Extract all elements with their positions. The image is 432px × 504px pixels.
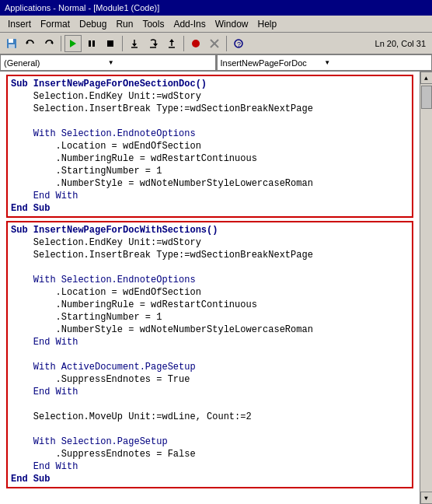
title-bar: Applications - Normal - [Module1 (Code)] [0,0,432,16]
code-line[interactable]: .SuppressEndnotes = True [11,373,409,386]
breakpoint-button[interactable] [187,35,204,52]
separator-1 [61,36,61,51]
code-line[interactable]: .Location = wdEndOfSection [11,140,409,152]
proc-selector-value: InsertNewPageForDoc [221,58,325,68]
code-blocks-container: Sub InsertNewPageForOneSectionDoc() Sele… [0,75,420,488]
code-line[interactable]: Sub InsertNewPageForDocWithSections() [11,224,409,236]
svg-rect-1 [9,39,13,43]
title-text: Applications - Normal - [Module1 (Code)] [5,3,159,12]
general-selector-arrow: ▼ [108,59,212,66]
run-button[interactable] [64,35,82,52]
separator-4 [226,36,227,51]
code-line[interactable]: .NumberingRule = wdRestartContinuous [11,152,409,165]
separator-2 [122,36,123,51]
svg-marker-11 [153,44,158,47]
svg-point-15 [192,40,200,47]
code-line[interactable]: .NumberingRule = wdRestartContinuous [11,299,409,311]
scroll-down-arrow[interactable]: ▼ [420,492,433,504]
code-line[interactable]: End With [11,336,409,348]
svg-rect-8 [107,40,113,47]
menu-help[interactable]: Help [253,17,281,31]
code-line[interactable]: End Sub [11,202,409,215]
svg-rect-7 [92,40,95,47]
step-over-button[interactable] [145,35,162,52]
cursor-position: Ln 20, Col 31 [375,39,429,48]
code-line[interactable]: Selection.MoveUp Unit:=wdLine, Count:=2 [11,411,409,423]
proc-selector[interactable]: InsertNewPageForDoc ▼ [217,54,433,71]
redo-button[interactable] [40,35,57,52]
code-line[interactable]: With Selection.EndnoteOptions [11,274,409,286]
code-line[interactable]: .NumberStyle = wdNoteNumberStyleLowercas… [11,324,409,336]
code-block-block1: Sub InsertNewPageForOneSectionDoc() Sele… [6,75,413,218]
undo-button[interactable] [22,35,39,52]
menu-insert[interactable]: Insert [3,17,36,31]
code-line[interactable]: End With [11,460,409,473]
code-line[interactable] [11,261,409,274]
code-line[interactable] [11,423,409,436]
code-line[interactable]: Selection.EndKey Unit:=wdStory [11,90,409,103]
svg-rect-6 [89,40,91,47]
menu-format[interactable]: Format [36,17,75,31]
menu-run[interactable]: Run [111,17,138,31]
main-container: Sub InsertNewPageForOneSectionDoc() Sele… [0,72,432,504]
code-line[interactable]: End With [11,190,409,202]
step-into-button[interactable] [126,35,143,52]
proc-selector-arrow: ▼ [324,59,428,66]
menu-window[interactable]: Window [211,17,253,31]
code-scroll-area[interactable]: Sub InsertNewPageForOneSectionDoc() Sele… [0,72,420,504]
svg-marker-9 [132,44,137,47]
code-line[interactable]: End With [11,386,409,398]
svg-text:?: ? [237,40,241,48]
code-line[interactable]: With Selection.PageSetup [11,436,409,448]
scroll-thumb[interactable] [421,86,432,109]
vertical-scrollbar[interactable]: ▲ ▼ [420,72,432,504]
code-line[interactable]: .Location = wdEndOfSection [11,286,409,299]
code-line[interactable] [11,115,409,128]
code-line[interactable]: Selection.EndKey Unit:=wdStory [11,236,409,249]
help-button[interactable]: ? [230,35,247,52]
separator-3 [183,36,184,51]
clear-all-button[interactable] [206,35,223,52]
stop-button[interactable] [102,35,119,52]
code-line[interactable]: Selection.InsertBreak Type:=wdSectionBre… [11,249,409,261]
svg-marker-5 [70,40,76,47]
toolbar: ? Ln 20, Col 31 [0,33,432,54]
code-line[interactable]: .StartingNumber = 1 [11,311,409,324]
selector-row: (General) ▼ InsertNewPageForDoc ▼ [0,54,432,72]
code-line[interactable]: .StartingNumber = 1 [11,165,409,177]
pause-button[interactable] [83,35,100,52]
proc-selector-container: InsertNewPageForDoc ▼ [217,54,433,71]
code-line[interactable]: Sub InsertNewPageForOneSectionDoc() [11,78,409,90]
code-line[interactable]: .NumberStyle = wdNoteNumberStyleLowercas… [11,177,409,190]
general-selector-value: (General) [4,58,108,68]
code-block-block2: Sub InsertNewPageForDocWithSections() Se… [6,221,413,488]
code-line[interactable]: Selection.InsertBreak Type:=wdSectionBre… [11,103,409,115]
general-selector[interactable]: (General) ▼ [0,54,216,71]
scroll-up-arrow[interactable]: ▲ [420,72,433,84]
code-line[interactable]: With Selection.EndnoteOptions [11,128,409,140]
step-out-button[interactable] [163,35,180,52]
menu-tools[interactable]: Tools [138,17,169,31]
menu-addins[interactable]: Add-Ins [169,17,210,31]
general-selector-container: (General) ▼ [0,54,217,71]
svg-rect-2 [9,44,15,48]
code-line[interactable]: .SuppressEndnotes = False [11,448,409,460]
menu-bar: Insert Format Debug Run Tools Add-Ins Wi… [0,16,432,33]
code-line[interactable] [11,348,409,361]
code-line[interactable]: End Sub [11,473,409,485]
menu-debug[interactable]: Debug [75,17,111,31]
code-line[interactable] [11,398,409,411]
code-line[interactable]: With ActiveDocument.PageSetup [11,361,409,373]
save-button[interactable] [3,35,20,52]
